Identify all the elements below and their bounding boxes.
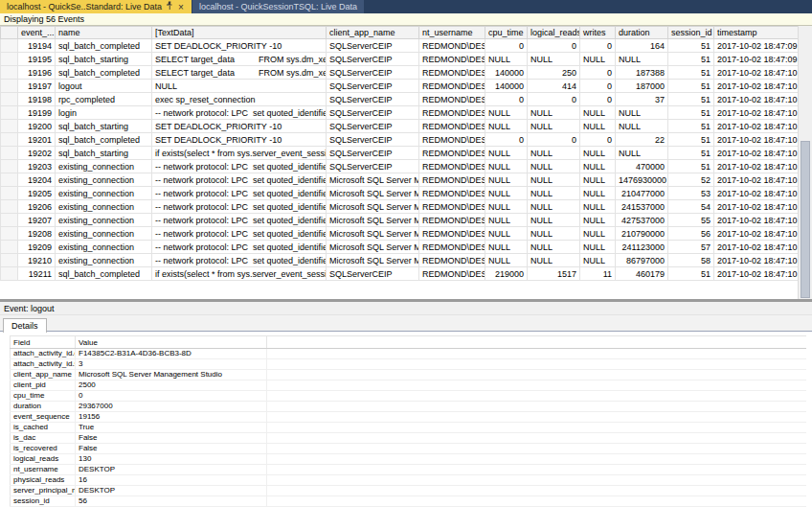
pin-icon[interactable]	[166, 1, 173, 12]
details-row[interactable]: duration29367000	[11, 402, 807, 412]
table-row[interactable]: 19204existing_connection-- network proto…	[1, 173, 799, 187]
column-header[interactable]: event_...	[18, 27, 56, 39]
cell: NULL	[616, 53, 668, 66]
row-selector[interactable]	[1, 267, 18, 281]
column-header[interactable]: logical_reads	[528, 27, 580, 39]
row-selector[interactable]	[1, 120, 18, 133]
column-header[interactable]: writes	[580, 27, 616, 39]
cell: 2017-10-02 18:47:10.4731856	[714, 187, 799, 200]
cell: 19197	[18, 80, 56, 93]
column-header[interactable]: name	[56, 27, 152, 39]
tab-details[interactable]: Details	[3, 318, 47, 333]
cell: 210477000	[616, 187, 668, 200]
table-row[interactable]: 19195sql_batch_startingSELECT target_dat…	[1, 53, 799, 66]
cell: SQLServerCEIP	[327, 80, 419, 93]
column-header[interactable]: session_id	[668, 27, 714, 39]
table-row[interactable]: 19198rpc_completedexec sp_reset_connecti…	[1, 93, 799, 106]
details-row[interactable]: client_app_nameMicrosoft SQL Server Mana…	[11, 370, 807, 380]
row-selector[interactable]	[1, 106, 18, 120]
cell: -- network protocol: LPC set quoted_iden…	[152, 254, 327, 267]
row-selector[interactable]	[1, 66, 18, 80]
cell: 0	[580, 66, 616, 80]
details-row[interactable]: physical_reads16	[11, 475, 807, 486]
table-row[interactable]: 19203existing_connection-- network proto…	[1, 160, 799, 173]
cell: NULL	[485, 187, 528, 200]
row-selector[interactable]	[1, 80, 18, 93]
details-row[interactable]: logical_reads130	[11, 454, 807, 465]
table-row[interactable]: 19206existing_connection-- network proto…	[1, 200, 799, 214]
column-header[interactable]: duration	[616, 27, 668, 39]
details-row[interactable]: attach_activity_id.g...F14385C2-B31A-4D3…	[11, 349, 807, 359]
row-selector[interactable]	[1, 147, 18, 160]
table-row[interactable]: 19196sql_batch_completedSELECT target_da…	[1, 66, 799, 80]
cell: REDMOND\DES...	[419, 267, 485, 281]
row-selector[interactable]	[1, 241, 18, 254]
details-row[interactable]: attach_activity_id.s...3	[11, 359, 807, 370]
row-selector[interactable]	[1, 173, 18, 187]
table-row[interactable]: 19197logoutNULLSQLServerCEIPREDMOND\DES.…	[1, 80, 799, 93]
table-row[interactable]: 19207existing_connection-- network proto…	[1, 214, 799, 227]
table-row[interactable]: 19211sql_batch_completedif exists(select…	[1, 267, 799, 281]
field-value: 0	[76, 391, 267, 402]
details-row[interactable]: is_cachedTrue	[11, 423, 807, 433]
cell: 241123000	[616, 241, 668, 254]
details-row[interactable]: cpu_time0	[11, 391, 807, 402]
details-row[interactable]: server_principal_na...DESKTOP	[11, 486, 807, 496]
cell: sql_batch_starting	[56, 53, 152, 66]
row-selector[interactable]	[1, 53, 18, 66]
cell: sql_batch_completed	[56, 66, 152, 80]
table-row[interactable]: 19209existing_connection-- network proto…	[1, 241, 799, 254]
details-row[interactable]: nt_usernameDESKTOP	[11, 465, 807, 475]
cell: 19210	[18, 254, 56, 267]
row-selector[interactable]	[1, 200, 18, 214]
column-header[interactable]: client_app_name	[327, 27, 419, 39]
row-selector[interactable]	[1, 93, 18, 106]
row-selector[interactable]	[1, 133, 18, 147]
field-name: is_cached	[11, 423, 76, 433]
details-row[interactable]: client_pid2500	[11, 380, 807, 391]
details-row[interactable]: is_recoveredFalse	[11, 444, 807, 454]
details-column-header[interactable]: Value	[76, 336, 267, 349]
cell: -- network protocol: LPC set quoted_iden…	[152, 214, 327, 227]
field-name: duration	[11, 402, 76, 412]
cell: 2017-10-02 18:47:10.4732893	[714, 267, 799, 281]
details-column-header[interactable]: Field	[11, 336, 76, 349]
column-header[interactable]: [TextData]	[152, 27, 327, 39]
cell: 37	[616, 93, 668, 106]
details-row[interactable]: session_id56	[11, 496, 807, 507]
column-header[interactable]: cpu_time	[485, 27, 528, 39]
row-selector[interactable]	[1, 214, 18, 227]
close-icon[interactable]: ×	[177, 3, 185, 12]
table-row[interactable]: 19201sql_batch_completedSET DEADLOCK_PRI…	[1, 133, 799, 147]
field-name: is_recovered	[11, 444, 76, 454]
row-selector[interactable]	[1, 39, 18, 53]
table-row[interactable]: 19205existing_connection-- network proto…	[1, 187, 799, 200]
cell: SELECT target_data FROM sys.dm_xe_sessio…	[152, 53, 327, 66]
table-row[interactable]: 19208existing_connection-- network proto…	[1, 227, 799, 241]
table-row[interactable]: 19202sql_batch_startingif exists(select …	[1, 147, 799, 160]
field-name: session_id	[11, 496, 76, 507]
grid-vertical-scrollbar[interactable]	[798, 26, 812, 299]
column-header[interactable]: timestamp	[714, 27, 799, 39]
scrollbar-thumb[interactable]	[801, 141, 810, 298]
details-row[interactable]: event_sequence19156	[11, 412, 807, 423]
table-row[interactable]: 19194sql_batch_completedSET DEADLOCK_PRI…	[1, 39, 799, 53]
table-row[interactable]: 19210existing_connection-- network proto…	[1, 254, 799, 267]
column-header[interactable]: nt_username	[419, 27, 485, 39]
row-selector[interactable]	[1, 227, 18, 241]
cell: NULL	[528, 120, 580, 133]
cell: 51	[668, 93, 714, 106]
table-row[interactable]: 19199login-- network protocol: LPC set q…	[1, 106, 799, 120]
row-selector[interactable]	[1, 160, 18, 173]
cell: -- network protocol: LPC set quoted_iden…	[152, 160, 327, 173]
details-row[interactable]: is_dacFalse	[11, 433, 807, 444]
details-pane: FieldValueattach_activity_id.g...F14385C…	[0, 331, 812, 507]
status-bar: Displaying 56 Events	[0, 13, 812, 26]
tab-quicksession-standard[interactable]: localhost - QuickSe..Standard: Live Data…	[0, 0, 192, 13]
row-selector[interactable]	[1, 254, 18, 267]
row-selector[interactable]	[1, 187, 18, 200]
cell: -- network protocol: LPC set quoted_iden…	[152, 227, 327, 241]
table-row[interactable]: 19200sql_batch_startingSET DEADLOCK_PRIO…	[1, 120, 799, 133]
cell: REDMOND\DES...	[419, 80, 485, 93]
tab-quicksession-tsql[interactable]: localhost - QuickSessionTSQL: Live Data	[192, 0, 364, 13]
